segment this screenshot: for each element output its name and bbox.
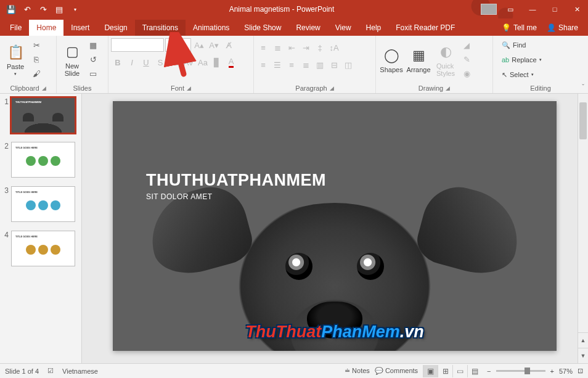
find-button[interactable]: 🔍Find: [498, 38, 545, 52]
strike-icon[interactable]: S: [153, 55, 167, 69]
align-text-icon[interactable]: ⊟: [327, 58, 341, 72]
qat-dropdown-icon[interactable]: ▾: [68, 2, 83, 17]
scrollbar-thumb[interactable]: [579, 102, 587, 139]
copy-icon[interactable]: ⎘: [30, 52, 43, 66]
minimize-icon[interactable]: ―: [521, 0, 544, 18]
tab-help[interactable]: Help: [359, 20, 389, 36]
grow-font-icon[interactable]: A▴: [192, 38, 206, 52]
text-direction-icon[interactable]: ↕A: [327, 41, 341, 54]
dialog-launcher-icon[interactable]: ◢: [330, 85, 334, 91]
tab-view[interactable]: View: [328, 20, 359, 36]
underline-icon[interactable]: U: [139, 55, 153, 69]
highlight-icon[interactable]: ▊: [210, 55, 224, 69]
tell-me[interactable]: 💡Tell me: [497, 20, 542, 36]
sorter-view-icon[interactable]: ⊞: [438, 365, 452, 377]
shape-effects-icon[interactable]: ◉: [460, 67, 473, 80]
slide-title[interactable]: THUTHUATPHANMEM: [146, 171, 326, 190]
slide-thumbnail-3[interactable]: TITLE GOES HERE: [11, 186, 75, 222]
slide[interactable]: THUTHUATPHANMEM SIT DOLOR AMET ThuThuatP…: [113, 101, 557, 351]
align-right-icon[interactable]: ≡: [285, 58, 298, 72]
zoom-out-button[interactable]: −: [487, 368, 491, 375]
zoom-slider[interactable]: [496, 370, 545, 372]
paste-button[interactable]: 📋 Paste▾: [2, 38, 28, 81]
section-icon[interactable]: ▭: [86, 67, 100, 80]
spacing-icon[interactable]: AV: [182, 55, 195, 69]
font-size-input[interactable]: [165, 38, 191, 52]
arrange-button[interactable]: ▦Arrange: [406, 38, 431, 81]
italic-icon[interactable]: I: [125, 55, 139, 69]
zoom-level[interactable]: 57%: [559, 368, 573, 375]
slide-thumbnail-4[interactable]: TITLE GOES HERE: [11, 231, 75, 266]
shape-fill-icon[interactable]: ◢: [460, 38, 473, 52]
select-button[interactable]: ↖Select▾: [498, 68, 545, 81]
indent-left-icon[interactable]: ⇤: [285, 41, 298, 54]
slide-thumbnail-1[interactable]: THUTHUATPHANMEM: [11, 97, 75, 133]
language-indicator[interactable]: Vietnamese: [62, 368, 98, 375]
tab-animations[interactable]: Animations: [186, 20, 237, 36]
font-name-input[interactable]: [111, 38, 164, 52]
share-button[interactable]: 👤Share: [542, 20, 583, 36]
dialog-launcher-icon[interactable]: ◢: [446, 85, 450, 91]
replace-button[interactable]: abReplace▾: [498, 53, 545, 67]
quick-styles-button[interactable]: ◐Quick Styles: [433, 38, 459, 81]
clear-format-icon[interactable]: A̸: [222, 38, 235, 52]
next-slide-icon[interactable]: ▼: [578, 348, 588, 363]
slide-indicator[interactable]: Slide 1 of 4: [5, 368, 39, 375]
zoom-in-button[interactable]: +: [550, 368, 554, 375]
indent-right-icon[interactable]: ⇥: [299, 41, 312, 54]
tab-insert[interactable]: Insert: [63, 20, 97, 36]
undo-icon[interactable]: ↶: [20, 2, 35, 17]
numbering-icon[interactable]: ≣: [271, 41, 284, 54]
slide-thumbnail-panel[interactable]: 1 THUTHUATPHANMEM 2 TITLE GOES HERE 3 TI…: [0, 94, 82, 363]
notes-button[interactable]: ≐ Notes: [345, 367, 370, 375]
save-icon[interactable]: 💾: [4, 2, 18, 17]
case-icon[interactable]: Aa: [196, 55, 210, 69]
bullets-icon[interactable]: ≡: [256, 41, 270, 54]
user-avatar[interactable]: [481, 4, 497, 15]
zoom-handle[interactable]: [525, 368, 530, 374]
normal-view-icon[interactable]: ▣: [423, 365, 438, 377]
tab-slideshow[interactable]: Slide Show: [237, 20, 288, 36]
tab-review[interactable]: Review: [288, 20, 327, 36]
tab-file[interactable]: File: [2, 20, 29, 36]
vertical-scrollbar[interactable]: ▲ ▼: [578, 94, 588, 363]
smartart-icon[interactable]: ◫: [341, 58, 355, 72]
collapse-ribbon-icon[interactable]: ˇ: [582, 83, 584, 91]
slide-canvas-area[interactable]: THUTHUATPHANMEM SIT DOLOR AMET ThuThuatP…: [82, 94, 588, 363]
shapes-button[interactable]: ◯Shapes: [378, 38, 404, 81]
spellcheck-icon[interactable]: ☑: [47, 367, 54, 375]
columns-icon[interactable]: ▥: [313, 58, 327, 72]
new-slide-button[interactable]: ▢ New Slide: [59, 38, 85, 81]
dialog-launcher-icon[interactable]: ◢: [42, 85, 46, 91]
comments-button[interactable]: 💬 Comments: [375, 367, 418, 375]
ribbon-display-icon[interactable]: ▭: [499, 0, 521, 18]
shadow-icon[interactable]: ab: [168, 55, 181, 69]
tab-home[interactable]: Home: [29, 20, 63, 36]
shape-outline-icon[interactable]: ✎: [460, 52, 473, 66]
justify-icon[interactable]: ≣: [299, 58, 312, 72]
reset-icon[interactable]: ↺: [86, 52, 100, 66]
maximize-icon[interactable]: □: [544, 0, 566, 18]
cut-icon[interactable]: ✂: [30, 38, 43, 52]
format-painter-icon[interactable]: 🖌: [30, 67, 43, 80]
align-center-icon[interactable]: ☰: [271, 58, 284, 72]
slide-subtitle[interactable]: SIT DOLOR AMET: [146, 192, 212, 201]
redo-icon[interactable]: ↷: [36, 2, 51, 17]
fit-to-window-icon[interactable]: ⊡: [578, 367, 583, 375]
font-color-icon[interactable]: A: [224, 55, 238, 69]
line-spacing-icon[interactable]: ‡: [313, 41, 327, 54]
align-left-icon[interactable]: ≡: [256, 58, 270, 72]
shrink-font-icon[interactable]: A▾: [207, 38, 221, 52]
tab-design[interactable]: Design: [97, 20, 134, 36]
slideshow-view-icon[interactable]: ▤: [467, 365, 482, 377]
close-icon[interactable]: ✕: [566, 0, 588, 18]
start-from-beginning-icon[interactable]: ▤: [52, 2, 67, 17]
layout-icon[interactable]: ▦: [86, 38, 100, 52]
tab-foxit[interactable]: Foxit Reader PDF: [388, 20, 462, 36]
slide-thumbnail-2[interactable]: TITLE GOES HERE: [11, 142, 75, 178]
prev-slide-icon[interactable]: ▲: [578, 332, 588, 348]
reading-view-icon[interactable]: ▭: [452, 365, 467, 377]
tab-transitions[interactable]: Transitions: [135, 20, 186, 36]
bold-icon[interactable]: B: [111, 55, 125, 69]
dialog-launcher-icon[interactable]: ◢: [187, 85, 191, 91]
